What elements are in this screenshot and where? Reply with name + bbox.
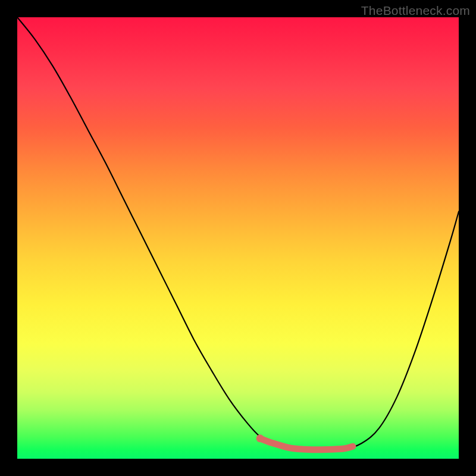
optimal-range-marker (260, 439, 353, 450)
marker-svg (17, 17, 459, 459)
chart-container: TheBottleneck.com (0, 0, 476, 476)
watermark-text: TheBottleneck.com (361, 4, 470, 18)
plot-area (17, 17, 459, 459)
optimal-point-dot (256, 434, 264, 442)
